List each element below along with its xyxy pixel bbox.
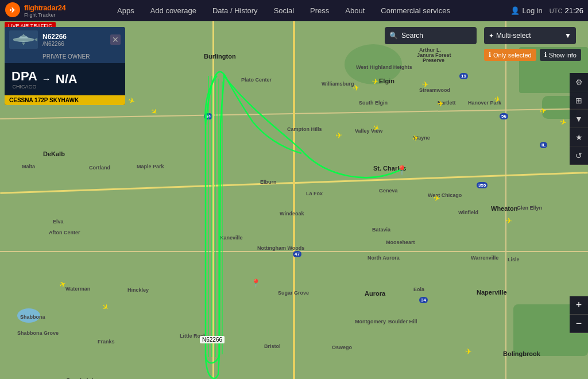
- from-code: DPA: [11, 69, 37, 84]
- logo-icon: ✈: [5, 2, 21, 18]
- search-label: Search: [401, 32, 423, 40]
- to-code: N/A: [56, 72, 78, 87]
- nav-apps[interactable]: Apps: [109, 0, 142, 21]
- chevron-down-icon: ▼: [564, 32, 571, 40]
- flight-panel-header: N62266 /N62266 ✕: [5, 27, 125, 52]
- search-icon: 🔍: [389, 32, 398, 40]
- aircraft-thumbnail: [9, 30, 38, 49]
- nav-right: 👤 Log in UTC 21:26: [510, 6, 588, 15]
- preserve-label: Preserve: [423, 57, 444, 63]
- svg-rect-5: [13, 38, 34, 41]
- plane-icon-5: ✈: [422, 80, 429, 89]
- settings-button[interactable]: ⚙: [570, 73, 588, 91]
- flight-id-area: N62266 /N62266: [42, 33, 110, 47]
- utc-label: UTC: [550, 7, 563, 14]
- login-button[interactable]: 👤 Log in: [510, 6, 542, 15]
- aircraft-image: [10, 31, 37, 48]
- plane-icon-8: ✈: [539, 106, 548, 116]
- aircraft-type: CESSNA 172P SKYHAWK: [5, 95, 125, 105]
- nav-add-coverage[interactable]: Add coverage: [142, 0, 204, 21]
- replay-button[interactable]: ↺: [570, 146, 588, 165]
- waypoint-pin-1: 📍: [396, 165, 408, 176]
- star-button[interactable]: ★: [570, 128, 588, 146]
- show-info-icon: ℹ: [544, 51, 547, 59]
- plane-icon-10: ✈: [335, 130, 343, 140]
- flight-info-panel: N62266 /N62266 ✕ PRIVATE OWNER DPA CHICA…: [5, 27, 125, 105]
- only-selected-label: Only selected: [493, 52, 532, 59]
- only-selected-btn[interactable]: ℹ Only selected: [484, 49, 536, 61]
- destination: N/A: [56, 72, 78, 87]
- user-icon: 👤: [510, 6, 520, 15]
- flight-callsign: N62266: [42, 33, 110, 41]
- logo-area: ✈ flightradar24 Flight Tracker: [0, 0, 109, 21]
- filter-button[interactable]: ▼: [570, 110, 588, 128]
- navbar: ✈ flightradar24 Flight Tracker Apps Add …: [0, 0, 588, 21]
- plane-icon-14: ✈: [505, 216, 512, 226]
- route-arrow-icon: →: [42, 74, 51, 84]
- zoom-out-button[interactable]: −: [570, 315, 588, 333]
- multiselect-label: Multi-select: [496, 32, 531, 40]
- from-city: CHICAGO: [11, 84, 37, 90]
- zoom-controls: + −: [570, 296, 588, 333]
- departure: DPA CHICAGO: [11, 69, 37, 90]
- flight-route: DPA CHICAGO → N/A: [5, 63, 125, 95]
- layers-button[interactable]: ⊞: [570, 91, 588, 110]
- nav-press[interactable]: Press: [302, 0, 337, 21]
- flight-label[interactable]: N62266: [200, 336, 225, 343]
- right-toolbar: ⚙ ⊞ ▼ ★ ↺: [570, 73, 588, 165]
- search-bar[interactable]: 🔍 Search: [385, 27, 477, 44]
- login-label: Log in: [522, 6, 542, 15]
- flight-registration: /N62266: [42, 41, 110, 47]
- nav-about[interactable]: About: [337, 0, 373, 21]
- nav-data-history[interactable]: Data / History: [204, 0, 266, 21]
- svg-text:✈: ✈: [10, 6, 16, 14]
- nav-social[interactable]: Social: [266, 0, 302, 21]
- plane-icon-17: ✈: [465, 347, 472, 356]
- close-panel-button[interactable]: ✕: [110, 34, 121, 45]
- flight-owner: PRIVATE OWNER: [5, 52, 125, 63]
- clock-display: 21:26: [564, 6, 583, 15]
- waypoint-pin-2: 📍: [251, 279, 261, 288]
- filter-bar: ℹ Only selected ℹ Show info: [484, 49, 581, 61]
- plane-icon-6: ✈: [437, 99, 444, 109]
- zoom-in-button[interactable]: +: [570, 296, 588, 315]
- multiselect-icon: ✦: [489, 32, 494, 40]
- nav-items: Apps Add coverage Data / History Social …: [109, 0, 510, 21]
- multiselect-dropdown[interactable]: ✦ Multi-select ▼: [484, 27, 576, 44]
- show-info-label: Show info: [549, 52, 577, 59]
- logo-text: flightradar24: [24, 3, 65, 12]
- show-info-btn[interactable]: ℹ Show info: [540, 49, 581, 61]
- logo-subtitle: Flight Tracker: [24, 12, 65, 18]
- nav-commercial[interactable]: Commercial services: [373, 0, 458, 21]
- info-icon: ℹ: [489, 51, 491, 59]
